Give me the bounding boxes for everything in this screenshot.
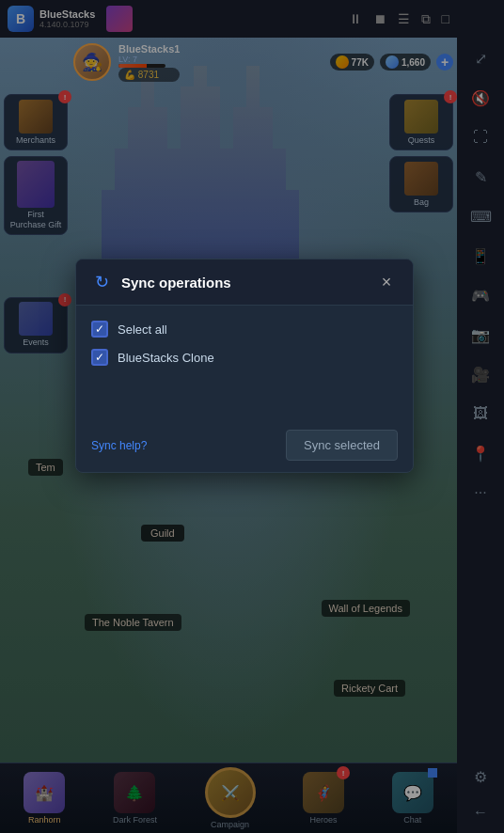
- sync-selected-button[interactable]: Sync selected: [286, 430, 398, 461]
- select-all-label: Select all: [118, 322, 167, 337]
- sync-help-link[interactable]: Sync help?: [91, 439, 147, 452]
- modal-body: ✓ Select all ✓ BlueStacks Clone: [76, 306, 413, 418]
- bluestacks-clone-row: ✓ BlueStacks Clone: [91, 349, 398, 366]
- checkbox-clone-check-icon: ✓: [95, 352, 104, 363]
- checkbox-check-icon: ✓: [95, 323, 104, 335]
- modal-header: ↻ Sync operations ×: [76, 259, 413, 306]
- bluestacks-clone-label: BlueStacks Clone: [118, 351, 214, 365]
- modal-title: Sync operations: [121, 275, 366, 291]
- modal-close-button[interactable]: ×: [375, 271, 398, 293]
- bluestacks-clone-checkbox[interactable]: ✓: [91, 349, 108, 366]
- sync-operations-modal: ↻ Sync operations × ✓ Select all ✓ BlueS…: [75, 259, 414, 473]
- select-all-checkbox[interactable]: ✓: [91, 321, 108, 338]
- sync-icon: ↻: [91, 272, 112, 292]
- modal-footer: Sync help? Sync selected: [76, 418, 413, 472]
- select-all-row: ✓ Select all: [91, 321, 398, 338]
